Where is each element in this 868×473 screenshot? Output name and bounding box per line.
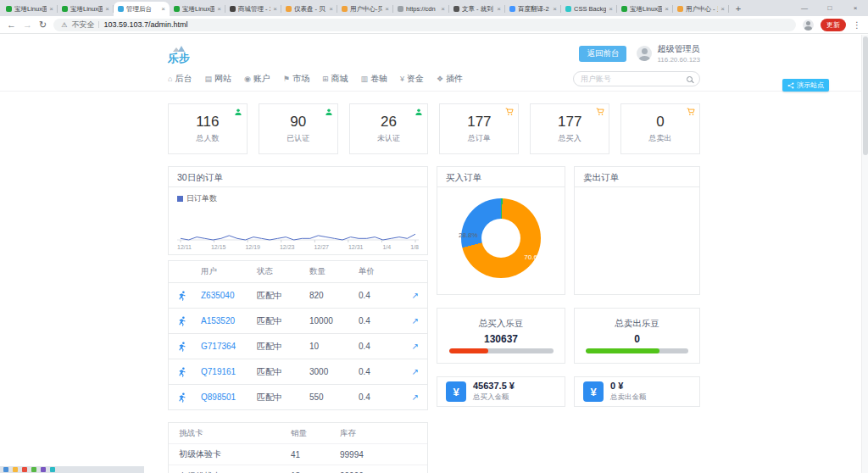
browser-tab[interactable]: 宝塔Linux面× [58,2,114,16]
browser-tab[interactable]: 用户中心 - 贝× [673,2,729,16]
x-tick-label: 12/11 [177,244,192,250]
buy-arrow-icon[interactable]: ↗ [412,367,419,376]
tab-close-icon[interactable]: × [49,5,53,13]
minimize-button[interactable]: — [792,0,817,16]
browser-tab[interactable]: CSS Backgro× [561,2,617,16]
chrome-update-button[interactable]: 更新 [821,19,846,31]
tab-close-icon[interactable]: × [161,5,165,13]
taskbar-app-icon[interactable] [13,467,18,472]
match-user-link[interactable]: A153520 [201,316,257,326]
nav-item-website[interactable]: ▤网站 [204,73,231,85]
tab-close-icon[interactable]: × [329,5,333,13]
new-tab-button[interactable]: + [732,2,745,15]
tab-close-icon[interactable]: × [217,5,221,13]
nav-item-mall[interactable]: ⊞商城 [322,73,348,85]
taskbar-app-icon[interactable] [41,467,46,472]
tab-close-icon[interactable]: × [385,5,389,13]
browser-menu-icon[interactable]: ⋮ [853,20,861,30]
tab-title: 用户中心-贝 [350,5,382,14]
tab-close-icon[interactable]: × [665,5,669,13]
buy-arrow-icon[interactable]: ↗ [412,316,419,326]
browser-tab[interactable]: 管理后台× [114,2,170,16]
tab-favicon-icon [62,6,68,12]
site-logo[interactable]: 乐步 [168,46,190,64]
match-user-link[interactable]: G717364 [201,342,257,351]
stat-card-total-users: 116总人数 [168,103,248,154]
stat-label: 未认证 [377,133,400,144]
reload-icon[interactable]: ↻ [39,20,47,30]
browser-tab[interactable]: 宝塔Linux面× [170,2,225,16]
chart-legend[interactable]: 日订单数 [177,193,419,204]
profile-avatar-icon[interactable] [803,19,814,31]
taskbar-app-icon[interactable] [22,467,27,472]
match-table: 用户状态数量单价Z635040匹配中8200.4↗A153520匹配中10000… [168,260,428,410]
cart-icon [687,108,695,116]
match-user-link[interactable]: Z635040 [201,291,257,300]
tab-title: 用户中心 - 贝 [686,5,718,14]
close-button[interactable]: × [843,0,868,16]
cards-table-header: 挑战卡销量库存 [169,423,427,444]
forward-icon[interactable]: → [23,20,32,30]
browser-tab[interactable]: 仪表盘 - 贝× [281,2,337,16]
security-label[interactable]: 不安全 [71,19,94,31]
tab-close-icon[interactable]: × [273,5,277,13]
taskbar-app-icon[interactable] [31,467,36,472]
nav-item-funds[interactable]: ¥资金 [400,73,424,85]
buy-arrow-icon[interactable]: ↗ [412,342,419,351]
plugins-icon: ❖ [437,75,443,83]
browser-tab[interactable]: https://cdn× [393,2,449,16]
tab-close-icon[interactable]: × [497,5,501,13]
nav-item-scroll[interactable]: ▥卷轴 [360,73,387,85]
nav-item-market[interactable]: ⚑市场 [283,73,309,85]
sell-progress-fill [586,348,659,353]
taskbar-sliver[interactable] [0,466,144,473]
tab-close-icon[interactable]: × [609,5,613,13]
match-status: 匹配中 [257,315,309,327]
runner-icon [177,291,201,301]
search-box[interactable] [573,71,700,86]
browser-tab[interactable]: 商城管理 - 3× [225,2,281,16]
taskbar-app-icon[interactable] [50,467,55,472]
browser-tab[interactable]: 文章 - 就到× [449,2,505,16]
nav-item-plugins[interactable]: ❖插件 [437,73,463,85]
demo-badge[interactable]: 演示站点 [782,79,829,92]
x-tick-label: 12/31 [348,244,364,250]
runner-icon [177,316,201,326]
admin-info[interactable]: 超级管理员 116.20.60.123 [637,43,700,64]
browser-tab[interactable]: 宝塔Linux面× [2,2,58,16]
scrollbar-thumb[interactable] [863,36,868,155]
match-user-link[interactable]: Q898501 [201,392,257,402]
back-to-front-button[interactable]: 返回前台 [579,46,626,62]
buy-progress-bar [449,348,554,353]
tab-title: 商城管理 - 3 [238,5,270,14]
browser-tab[interactable]: 百度翻译-2× [505,2,561,16]
tab-close-icon[interactable]: × [721,5,725,13]
stat-value: 26 [381,114,397,131]
account-icon: ◉ [244,75,251,83]
nav-item-backend[interactable]: ⌂后台 [168,73,192,85]
page-scrollbar[interactable] [861,35,868,473]
buy-arrow-icon[interactable]: ↗ [412,392,419,402]
tab-close-icon[interactable]: × [441,5,445,13]
omnibox[interactable]: ⚠ 不安全 103.59.103.7/admin.html [53,19,796,31]
browser-tab[interactable]: 用户中心-贝× [337,2,393,16]
buy-donut-body: 28.8% 70.6% [437,187,565,294]
column-header: 库存 [340,428,417,439]
tab-close-icon[interactable]: × [553,5,557,13]
match-user-link[interactable]: Q719161 [201,367,257,376]
nav-item-account[interactable]: ◉账户 [244,73,270,85]
search-icon[interactable] [687,76,693,82]
nav-item-label: 网站 [214,73,231,85]
buy-arrow-icon[interactable]: ↗ [412,291,419,300]
x-tick-label: 12/27 [314,244,329,250]
match-status: 匹配中 [257,290,309,302]
browser-tab[interactable]: 宝塔Linux面× [617,2,673,16]
x-tick-label: 1/8 [410,244,419,250]
tab-close-icon[interactable]: × [105,5,109,13]
taskbar-app-icon[interactable] [3,467,8,472]
search-input[interactable] [581,75,683,83]
back-icon[interactable]: ← [7,20,16,30]
tab-title: CSS Backgro [574,5,606,13]
match-price: 0.4 [359,392,396,402]
maximize-button[interactable]: □ [817,0,843,16]
